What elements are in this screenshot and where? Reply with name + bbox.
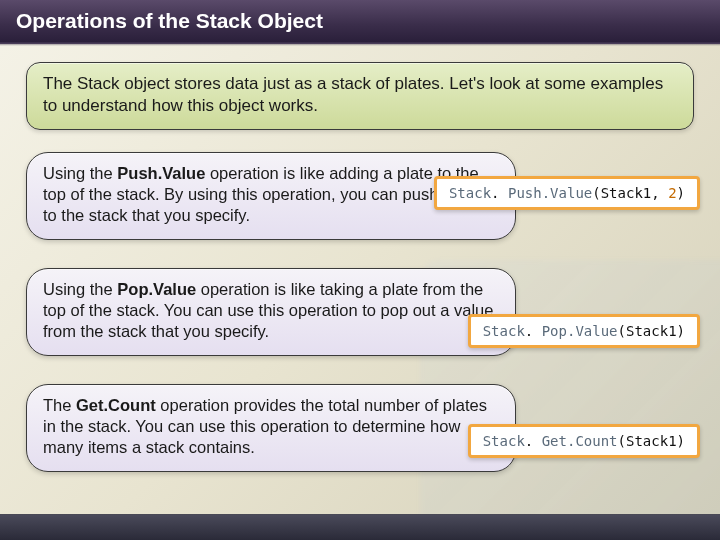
op-text-bold: Get.Count xyxy=(76,396,156,414)
footer-bar xyxy=(0,514,720,540)
code-snippet-pop: Stack. Pop.Value(Stack1) xyxy=(468,314,700,348)
code-class: Stack xyxy=(483,323,525,339)
code-lparen: ( xyxy=(592,185,600,201)
code-comma: , xyxy=(651,185,668,201)
code-lparen: ( xyxy=(618,433,626,449)
operation-desc-pop: Using the Pop.Value operation is like ta… xyxy=(26,268,516,355)
op-text-pre: The xyxy=(43,396,76,414)
code-arg1: Stack1 xyxy=(626,323,677,339)
op-text-bold: Pop.Value xyxy=(117,280,196,298)
code-arg1: Stack1 xyxy=(626,433,677,449)
code-arg1: Stack1 xyxy=(601,185,652,201)
operation-row-getcount: The Get.Count operation provides the tot… xyxy=(26,384,694,476)
code-lparen: ( xyxy=(618,323,626,339)
code-class: Stack xyxy=(483,433,525,449)
intro-text: The Stack object stores data just as a s… xyxy=(43,74,663,115)
code-rparen: ) xyxy=(677,433,685,449)
content-area: The Stack object stores data just as a s… xyxy=(0,44,720,510)
code-dot: . xyxy=(525,433,542,449)
code-arg2: 2 xyxy=(668,185,676,201)
intro-box: The Stack object stores data just as a s… xyxy=(26,62,694,130)
code-snippet-push: Stack. Push.Value(Stack1, 2) xyxy=(434,176,700,210)
title-bar: Operations of the Stack Object xyxy=(0,0,720,44)
code-rparen: ) xyxy=(677,323,685,339)
operation-row-push: Using the Push.Value operation is like a… xyxy=(26,152,694,244)
op-text-pre: Using the xyxy=(43,280,117,298)
operation-row-pop: Using the Pop.Value operation is like ta… xyxy=(26,268,694,360)
code-class: Stack xyxy=(449,185,491,201)
operation-desc-getcount: The Get.Count operation provides the tot… xyxy=(26,384,516,471)
code-method: Pop.Value xyxy=(542,323,618,339)
op-text-pre: Using the xyxy=(43,164,117,182)
code-method: Get.Count xyxy=(542,433,618,449)
op-text-bold: Push.Value xyxy=(117,164,205,182)
code-dot: . xyxy=(525,323,542,339)
code-dot: . xyxy=(491,185,508,201)
page-title: Operations of the Stack Object xyxy=(16,9,323,33)
code-method: Push.Value xyxy=(508,185,592,201)
code-snippet-getcount: Stack. Get.Count(Stack1) xyxy=(468,424,700,458)
code-rparen: ) xyxy=(677,185,685,201)
